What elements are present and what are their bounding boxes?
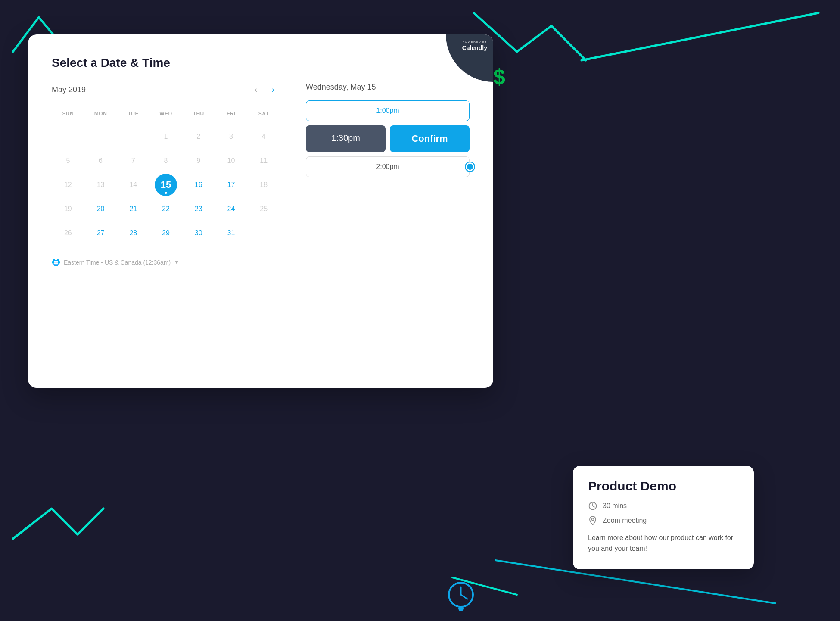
demo-location: Zoom meeting bbox=[603, 517, 647, 524]
day-28[interactable]: 28 bbox=[129, 221, 137, 245]
day-20[interactable]: 20 bbox=[97, 197, 105, 221]
confirm-button[interactable]: Confirm bbox=[390, 125, 470, 152]
dow-sun: SUN bbox=[52, 107, 84, 120]
time-slot-130pm[interactable]: 1:30pm bbox=[306, 125, 386, 152]
day-4: 4 bbox=[262, 125, 266, 149]
product-demo-title: Product Demo bbox=[588, 479, 739, 493]
next-month-button[interactable]: › bbox=[266, 83, 280, 97]
dow-sat: SAT bbox=[247, 107, 280, 120]
day-3: 3 bbox=[229, 125, 233, 149]
time-slot-row: 1:30pm Confirm bbox=[306, 125, 470, 152]
badge-powered: POWERED BY bbox=[462, 40, 487, 44]
day-10: 10 bbox=[227, 149, 235, 173]
prev-month-button[interactable]: ‹ bbox=[249, 83, 263, 97]
dow-wed: WED bbox=[149, 107, 182, 120]
time-slot-2pm[interactable]: 2:00pm bbox=[306, 156, 470, 177]
calendly-badge: POWERED BY Calendly bbox=[446, 34, 493, 82]
day-11: 11 bbox=[260, 149, 268, 173]
globe-icon: 🌐 bbox=[52, 258, 60, 266]
day-22[interactable]: 22 bbox=[162, 197, 170, 221]
day-24[interactable]: 24 bbox=[227, 197, 235, 221]
day-15-selected[interactable]: 15 bbox=[155, 174, 177, 196]
dow-thu: THU bbox=[182, 107, 215, 120]
day-6: 6 bbox=[99, 149, 103, 173]
product-demo-card: Product Demo 30 mins Zoom meeting Learn … bbox=[573, 466, 754, 569]
timezone-dropdown-arrow[interactable]: ▼ bbox=[174, 259, 179, 265]
demo-duration-row: 30 mins bbox=[588, 501, 739, 511]
day-18: 18 bbox=[260, 173, 268, 197]
day-12: 12 bbox=[64, 173, 72, 197]
calendar-card: POWERED BY Calendly Select a Date & Time… bbox=[28, 34, 493, 388]
svg-line-7 bbox=[582, 13, 818, 60]
svg-text:$: $ bbox=[493, 65, 505, 89]
calendar-title: Select a Date & Time bbox=[52, 56, 470, 70]
dow-fri: FRI bbox=[215, 107, 248, 120]
svg-line-1 bbox=[452, 577, 517, 595]
badge-brand: Calendly bbox=[462, 44, 487, 53]
day-2: 2 bbox=[196, 125, 200, 149]
clock-icon bbox=[588, 501, 597, 511]
demo-description: Learn more about how our product can wor… bbox=[588, 532, 739, 554]
time-slot-1pm[interactable]: 1:00pm bbox=[306, 100, 470, 121]
day-27[interactable]: 27 bbox=[97, 221, 105, 245]
day-7: 7 bbox=[131, 149, 135, 173]
day-30[interactable]: 30 bbox=[195, 221, 202, 245]
day-16[interactable]: 16 bbox=[195, 173, 202, 197]
svg-point-11 bbox=[592, 518, 594, 520]
month-label: May 2019 bbox=[52, 85, 246, 94]
day-26: 26 bbox=[64, 221, 72, 245]
calendar-left: May 2019 ‹ › SUN MON TUE WED THU FRI SAT bbox=[52, 83, 280, 266]
day-8: 8 bbox=[164, 149, 168, 173]
day-1: 1 bbox=[164, 125, 168, 149]
selected-date-label: Wednesday, May 15 bbox=[306, 83, 470, 92]
demo-location-row: Zoom meeting bbox=[588, 516, 739, 525]
day-9: 9 bbox=[196, 149, 200, 173]
time-list: 1:00pm 1:30pm Confirm 2:00pm bbox=[306, 100, 470, 177]
svg-point-2 bbox=[449, 583, 473, 607]
dow-mon: MON bbox=[84, 107, 117, 120]
time-2pm-label: 2:00pm bbox=[376, 163, 399, 170]
demo-duration: 30 mins bbox=[603, 502, 627, 510]
location-icon bbox=[588, 516, 597, 525]
day-13: 13 bbox=[97, 173, 105, 197]
svg-line-4 bbox=[461, 595, 467, 599]
day-14: 14 bbox=[129, 173, 137, 197]
day-31[interactable]: 31 bbox=[227, 221, 235, 245]
svg-line-10 bbox=[593, 506, 594, 507]
day-21[interactable]: 21 bbox=[129, 197, 137, 221]
day-19: 19 bbox=[64, 197, 72, 221]
dow-row: SUN MON TUE WED THU FRI SAT bbox=[52, 107, 280, 120]
day-17[interactable]: 17 bbox=[227, 173, 235, 197]
scroll-indicator bbox=[466, 162, 474, 171]
dow-tue: TUE bbox=[117, 107, 149, 120]
days-grid: 1 2 3 4 5 6 7 8 9 10 11 12 13 14 15 bbox=[52, 125, 280, 245]
timezone-row[interactable]: 🌐 Eastern Time - US & Canada (12:36am) ▼ bbox=[52, 258, 280, 266]
month-nav: May 2019 ‹ › bbox=[52, 83, 280, 97]
day-25: 25 bbox=[260, 197, 268, 221]
day-23[interactable]: 23 bbox=[195, 197, 202, 221]
day-29[interactable]: 29 bbox=[162, 221, 170, 245]
day-5: 5 bbox=[66, 149, 70, 173]
calendar-right: Wednesday, May 15 1:00pm 1:30pm Confirm … bbox=[306, 83, 470, 266]
svg-point-5 bbox=[458, 606, 464, 611]
timezone-label: Eastern Time - US & Canada (12:36am) bbox=[64, 259, 171, 266]
selected-dot bbox=[165, 192, 167, 194]
